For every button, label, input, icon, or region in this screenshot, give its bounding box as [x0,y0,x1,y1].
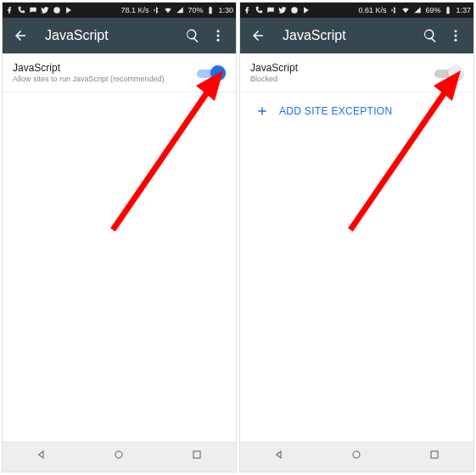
status-bar: 78.1 K/s 70% 1:30 [3,3,236,18]
nav-back-button[interactable] [35,448,48,465]
message-icon [29,6,37,14]
bluetooth-icon [389,6,398,14]
overflow-button[interactable] [443,23,468,48]
plus-icon [250,104,274,118]
phone-icon [17,6,25,14]
svg-point-10 [455,35,457,37]
javascript-toggle[interactable] [434,65,463,81]
svg-line-6 [113,81,215,230]
svg-point-8 [291,7,298,14]
svg-rect-13 [431,451,438,458]
signal-icon [176,6,184,14]
nav-recent-button[interactable] [428,448,441,465]
net-speed: 0.61 K/s [358,6,386,14]
back-button[interactable] [245,23,271,48]
svg-point-0 [53,7,60,14]
action-label: ADD SITE EXCEPTION [279,105,392,117]
svg-point-1 [217,30,220,32]
search-icon [185,28,200,43]
setting-title: JavaScript [250,62,434,74]
clock: 1:37 [456,6,471,14]
play-icon [302,6,311,14]
battery-icon [206,6,215,14]
back-button[interactable] [8,23,33,48]
status-bar: 0.61 K/s 69% 1:37 [240,3,473,18]
content-area: JavaScript Blocked ADD SITE EXCEPTION [240,53,473,130]
arrow-back-icon [13,28,28,43]
javascript-toggle[interactable] [197,65,226,81]
add-site-exception-button[interactable]: ADD SITE EXCEPTION [240,92,473,130]
setting-subtitle: Blocked [250,75,434,83]
svg-point-12 [353,451,360,458]
svg-point-2 [217,35,220,37]
net-speed: 78.1 K/s [120,6,148,14]
annotation-arrow [96,69,232,238]
signal-icon [413,6,422,14]
battery-text: 70% [188,6,203,14]
battery-icon [444,6,452,14]
nav-home-button[interactable] [350,448,363,465]
svg-rect-5 [193,451,200,458]
search-icon [423,28,438,43]
status-icons-left [5,6,73,14]
phone-icon [255,6,263,14]
content-area: JavaScript Allow sites to run JavaScript… [3,53,236,92]
more-vert-icon [448,28,463,43]
screenshot-right: 0.61 K/s 69% 1:37 JavaScript [239,2,474,472]
search-button[interactable] [417,23,443,48]
bluetooth-icon [152,6,160,14]
nav-bar [3,441,236,472]
status-icons-right: 78.1 K/s 70% 1:30 [120,6,233,14]
javascript-setting-row[interactable]: JavaScript Allow sites to run JavaScript… [3,53,236,92]
screenshot-left: 78.1 K/s 70% 1:30 JavaScript [2,2,237,472]
message-icon [266,6,275,14]
setting-subtitle: Allow sites to run JavaScript (recommend… [13,75,197,83]
overflow-button[interactable] [205,23,231,48]
app-bar: JavaScript [240,18,473,53]
svg-point-11 [455,39,457,42]
svg-point-3 [217,39,220,42]
nav-back-button[interactable] [272,448,286,465]
app-bar: JavaScript [3,18,236,53]
clock: 1:30 [218,6,233,14]
twitter-icon [278,6,287,14]
svg-point-4 [115,451,122,458]
battery-text: 69% [425,6,440,14]
opera-icon [53,6,61,14]
facebook-icon [243,6,251,14]
search-button[interactable] [180,23,205,48]
svg-point-9 [455,30,457,32]
page-title: JavaScript [283,28,417,43]
nav-bar [240,441,473,472]
more-vert-icon [210,28,226,43]
setting-title: JavaScript [13,62,197,74]
twitter-icon [41,6,49,14]
nav-recent-button[interactable] [190,448,204,465]
page-title: JavaScript [45,28,180,43]
status-icons-left [243,6,311,14]
arrow-back-icon [250,28,266,43]
play-icon [64,6,73,14]
status-icons-right: 0.61 K/s 69% 1:37 [358,6,471,14]
wifi-icon [401,6,410,14]
nav-home-button[interactable] [112,448,126,465]
javascript-setting-row[interactable]: JavaScript Blocked [240,53,473,92]
opera-icon [290,6,299,14]
facebook-icon [5,6,14,14]
wifi-icon [164,6,172,14]
